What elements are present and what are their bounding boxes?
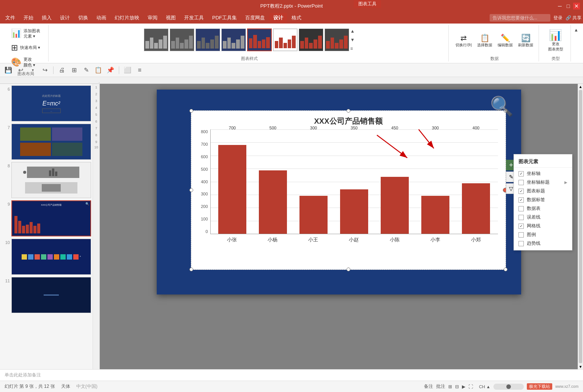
handle-tl[interactable] xyxy=(189,109,193,113)
menu-slideshow[interactable]: 幻灯片放映 xyxy=(111,13,143,23)
x-label-xiaozhao: 小赵 xyxy=(335,236,373,243)
menu-transitions[interactable]: 切换 xyxy=(74,13,92,23)
notes-area[interactable]: 单击此处添加备注 xyxy=(0,369,583,381)
handle-ml[interactable] xyxy=(189,188,193,192)
x-label-xiaozhang: 小张 xyxy=(213,236,251,243)
menu-animations[interactable]: 动画 xyxy=(93,13,110,23)
handle-tm[interactable] xyxy=(347,109,350,113)
undo-btn[interactable]: ↩ xyxy=(15,65,26,76)
popup-item-error-bars[interactable]: 误差线 xyxy=(514,213,572,222)
scroll-down-btn[interactable]: ▼ xyxy=(578,364,583,369)
view-normal-btn[interactable]: ⊞ xyxy=(448,384,452,389)
align-btn[interactable]: ≡ xyxy=(134,65,145,76)
view-slideshow-btn[interactable]: ⛶ xyxy=(468,384,473,389)
ribbon-btn-change-type[interactable]: 📊 更改图表类型 xyxy=(546,27,566,54)
ruler-horizontal: · 18· 17· 16· 15· 14· 13· 12· 11· 10 · 9… xyxy=(0,77,583,84)
menu-review[interactable]: 审阅 xyxy=(144,13,161,23)
menu-view[interactable]: 视图 xyxy=(162,13,180,23)
menu-chart-design[interactable]: 设计 xyxy=(269,13,287,23)
bar-400 xyxy=(462,183,490,234)
zoom-slider[interactable] xyxy=(493,384,524,390)
chart-style-4[interactable] xyxy=(221,28,246,51)
style-scroll-down[interactable]: ▼ xyxy=(350,37,355,43)
popup-item-chart-title[interactable]: ✓ 图表标题 xyxy=(514,187,572,195)
canvas-area[interactable]: XXX公司产品销售额 8007006005004003002001000 xyxy=(100,84,578,369)
checkbox-legend xyxy=(518,232,524,238)
main-area: 6 此处照片的标题 E=mc² ... 7 8 xyxy=(0,84,583,369)
handle-br[interactable] xyxy=(504,268,507,271)
handle-bm[interactable] xyxy=(347,268,350,271)
style-expand[interactable]: ≡ xyxy=(350,46,355,51)
search-input[interactable] xyxy=(490,14,550,22)
vertical-scrollbar[interactable]: ▲ ▼ xyxy=(578,84,583,369)
popup-item-gridlines[interactable]: ✓ 网格线 xyxy=(514,222,572,230)
menu-insert[interactable]: 插入 xyxy=(38,13,55,23)
slide-img-11 xyxy=(11,277,91,313)
menu-chart-format[interactable]: 格式 xyxy=(288,13,305,23)
view-reading-btn[interactable]: ▶ xyxy=(462,384,465,389)
chart-style-5[interactable] xyxy=(247,28,272,51)
slide-thumb-9[interactable]: 9 🔍 XXX公司产品销售额 xyxy=(2,200,91,236)
ribbon-btn-edit-data[interactable]: ✏️ 编辑数据 xyxy=(495,32,515,49)
chart-style-7[interactable] xyxy=(299,28,323,51)
ribbon-collapse-btn[interactable]: ▲ xyxy=(572,27,580,33)
print-btn[interactable]: 🖨 xyxy=(57,65,67,76)
popup-item-trendline[interactable]: 趋势线 xyxy=(514,239,572,248)
menu-developer[interactable]: 开发工具 xyxy=(180,13,208,23)
slide-thumb-10[interactable]: 10 * xyxy=(2,239,91,275)
style-scroll-up[interactable]: ▲ xyxy=(350,28,355,34)
menu-home[interactable]: 开始 xyxy=(20,13,37,23)
handle-bl[interactable] xyxy=(189,268,193,271)
menu-file[interactable]: 文件 xyxy=(2,13,19,23)
x-label-xiaozheng: 小郑 xyxy=(457,236,495,243)
chart-container[interactable]: XXX公司产品销售额 8007006005004003002001000 xyxy=(191,110,506,270)
login-button[interactable]: 登录 xyxy=(553,15,563,21)
slide-num-6: 6 xyxy=(2,85,10,91)
popup-item-legend[interactable]: 图例 xyxy=(514,230,572,239)
chart-style-8[interactable] xyxy=(325,28,349,51)
slide-thumb-11[interactable]: 11 xyxy=(2,277,91,313)
save-btn[interactable]: 💾 xyxy=(3,65,14,76)
menu-baidu[interactable]: 百度网盘 xyxy=(241,13,269,23)
chart-style-1[interactable] xyxy=(144,28,169,51)
popup-item-axis-title[interactable]: 坐标轴标题 ▶ xyxy=(514,178,572,187)
undo-arrow-btn[interactable]: ▾ xyxy=(27,65,38,76)
ribbon-btn-switch-row-col[interactable]: ⇄ 切换行/列 xyxy=(453,32,474,49)
menu-pdf[interactable]: PDF工具集 xyxy=(208,13,241,23)
share-button[interactable]: 🔗 共享 xyxy=(566,15,581,21)
popup-item-data-labels[interactable]: ✓ 数据标签 xyxy=(514,195,572,204)
slide-thumb-6[interactable]: 6 此处照片的标题 E=mc² ... xyxy=(2,85,91,121)
shape-btn[interactable]: ⬜ xyxy=(122,65,133,76)
popup-item-axis[interactable]: ✓ 坐标轴 xyxy=(514,169,572,178)
ribbon-btn-select-data[interactable]: 📋 选择数据 xyxy=(475,32,495,49)
copy-btn[interactable]: 📋 xyxy=(93,65,104,76)
close-button[interactable]: ✕ xyxy=(573,3,580,9)
view-slides-btn[interactable]: ⊟ xyxy=(455,384,459,389)
bar-label-500: 500 xyxy=(254,126,292,169)
chart-style-6[interactable] xyxy=(273,28,298,51)
chart-style-2[interactable] xyxy=(170,28,194,51)
slide-thumb-7[interactable]: 7 xyxy=(2,124,91,160)
canvas-with-rulers: 12 34 56 78 910 xyxy=(93,84,583,369)
ribbon-btn-quick-layout[interactable]: ⊞ 快速布局 ▾ xyxy=(9,41,43,54)
paste-btn[interactable]: 📌 xyxy=(105,65,116,76)
ribbon-btn-refresh-data[interactable]: 🔄 刷新数据 xyxy=(516,32,536,49)
chart-style-3[interactable] xyxy=(195,28,220,51)
status-bar: 幻灯片 第 9 张，共 12 张 天体 中文(中国) 备注 批注 ⊞ ⊟ ▶ ⛶… xyxy=(0,381,583,392)
format-btn[interactable]: ✎ xyxy=(81,65,91,76)
bar-label-350: 350 xyxy=(336,126,373,188)
scroll-thumb[interactable] xyxy=(579,90,582,363)
ribbon-btn-add-element[interactable]: 📊 添加图表元素 ▾ xyxy=(9,27,43,41)
minimize-button[interactable]: ─ xyxy=(556,3,563,9)
redo-btn[interactable]: ↪ xyxy=(39,65,50,76)
menu-design[interactable]: 设计 xyxy=(56,13,74,23)
comments-btn[interactable]: 备注 xyxy=(424,383,433,390)
bar-label-300b: 300 xyxy=(417,126,454,194)
scroll-up-btn[interactable]: ▲ xyxy=(578,84,583,89)
preview-btn[interactable]: ⊞ xyxy=(69,65,79,76)
maximize-button[interactable]: □ xyxy=(565,3,572,9)
ribbon-group-type-label: 类型 xyxy=(551,54,560,61)
popup-item-data-table[interactable]: 数据表 xyxy=(514,204,572,213)
view-comments-btn[interactable]: 批注 xyxy=(436,383,445,390)
slide-thumb-8[interactable]: 8 xyxy=(2,162,91,198)
